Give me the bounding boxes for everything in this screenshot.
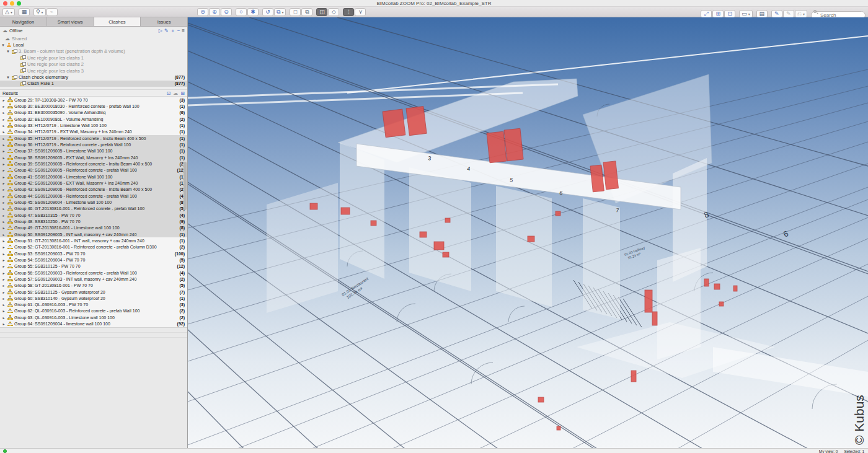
disclosure-triangle-icon[interactable]: ▸ — [2, 149, 6, 153]
menu-icon[interactable]: ≡ — [182, 28, 185, 33]
edit-rule-icon[interactable]: ✎ — [164, 28, 169, 33]
tree-item-shared[interactable]: ☁ Shared — [0, 35, 187, 42]
disclosure-triangle-icon[interactable]: ▸ — [2, 175, 6, 179]
disclosure-triangle-icon[interactable]: ▸ — [2, 162, 6, 166]
connect-key-button[interactable]: ⚲▾ — [33, 8, 46, 16]
result-row[interactable]: ▸Group 53: SS091209003 - PW 70 70(100) — [0, 250, 187, 257]
disclosure-triangle-icon[interactable]: ▸ — [2, 296, 6, 301]
disclosure-triangle-icon[interactable]: ▸ — [2, 277, 6, 281]
open-model-button[interactable]: △▾ — [2, 8, 15, 16]
disclosure-triangle-icon[interactable]: ▼ — [1, 43, 5, 47]
result-row[interactable]: ▸Group 33: HT12/0719 - Limestone Wall 10… — [0, 122, 187, 128]
save-view-button[interactable]: ▤ — [756, 10, 768, 18]
upload-results-icon[interactable]: ☁ — [173, 90, 178, 96]
result-row[interactable]: ▸Group 47: SS8310315 - PW 70 70(4) — [0, 212, 187, 218]
result-row[interactable]: ▸Group 52: GT-20130816-001 - Reinforced … — [0, 244, 187, 250]
disclosure-triangle-icon[interactable]: ▸ — [2, 136, 6, 141]
disclosure-triangle-icon[interactable]: ▸ — [2, 302, 6, 307]
measure-button[interactable]: ⋎ — [355, 8, 366, 16]
result-row[interactable]: ▸Group 59: SS8310125 - Gypsum waterproof… — [0, 289, 187, 295]
model-viewport[interactable]: 3 4 5 6 7 8 6 01.02 Restaurant 102.76 m²… — [188, 17, 868, 449]
report-icon[interactable]: ⊞ — [180, 90, 185, 96]
result-row[interactable]: ▸Group 37: SS091209005 - Limestone Wall … — [0, 148, 187, 154]
disclosure-triangle-icon[interactable]: ▸ — [2, 181, 6, 185]
results-scrollbar[interactable] — [184, 162, 187, 210]
tab-issues[interactable]: Issues — [141, 17, 187, 26]
result-row[interactable]: ▸Group 39: SS091209005 - Reinforced conc… — [0, 161, 187, 167]
disclosure-triangle-icon[interactable]: ▸ — [2, 213, 6, 218]
result-row[interactable]: ▸Group 38: SS091209005 - EXT Wall, Mason… — [0, 154, 187, 161]
disclosure-triangle-icon[interactable]: ▸ — [2, 104, 6, 108]
tree-item[interactable]: Une règle pour les clashs 3 — [0, 68, 187, 74]
isolate-minus-button[interactable]: ⊖ — [221, 8, 232, 16]
edit-issue-button[interactable]: ✎ — [783, 10, 794, 18]
disclosure-triangle-icon[interactable]: ▸ — [2, 123, 6, 128]
isolate-plus-button[interactable]: ⊕ — [209, 8, 220, 16]
select-in-model-icon[interactable]: ⊡ — [167, 90, 171, 96]
hide-component-button[interactable]: ⊜ — [197, 8, 208, 16]
result-row[interactable]: ▸Group 57: SS091209003 - INT wall, mason… — [0, 276, 187, 282]
disclosure-triangle-icon[interactable]: ▸ — [2, 117, 6, 121]
model-canvas[interactable]: 3 4 5 6 7 8 6 01.02 Restaurant 102.76 m²… — [188, 17, 868, 449]
result-row[interactable]: ▸Group 56: SS091209003 - Reinforced conr… — [0, 270, 187, 276]
disclosure-triangle-icon[interactable]: ▸ — [2, 226, 6, 230]
disclosure-triangle-icon[interactable]: ▸ — [2, 156, 6, 160]
views-button[interactable]: ▭▾ — [739, 10, 753, 18]
disclosure-triangle-icon[interactable]: ▼ — [6, 50, 10, 53]
perspective-mode-button[interactable]: ◫ — [316, 8, 327, 16]
tab-clashes[interactable]: Clashes — [94, 17, 141, 26]
disclosure-triangle-icon[interactable]: ▸ — [2, 194, 6, 198]
run-clash-check-icon[interactable]: ▷ — [159, 28, 162, 33]
tree-item[interactable]: Une règle pour les clashs 1 — [0, 55, 187, 61]
disclosure-triangle-icon[interactable]: ▸ — [2, 322, 6, 326]
result-row[interactable]: ▸Group 64: SS091209004 - limestone wall … — [0, 320, 187, 327]
disclosure-triangle-icon[interactable]: ▼ — [6, 76, 10, 79]
tab-smart-views[interactable]: Smart views — [47, 17, 94, 26]
result-row[interactable]: ▸Group 48: SS8310250 - PW 70 70(9) — [0, 218, 187, 224]
disclosure-triangle-icon[interactable]: ▸ — [2, 206, 6, 211]
result-row[interactable]: ▸Group 50: SS091209005 - INT wall, mason… — [0, 231, 187, 237]
disclosure-triangle-icon[interactable]: ▸ — [2, 130, 6, 134]
result-row[interactable]: ▸Group 29: TP-130308-302 - PW 70 70(3) — [0, 97, 187, 103]
disclosure-triangle-icon[interactable]: ▸ — [2, 143, 6, 147]
result-row[interactable]: ▸Group 46: GT-20130816-001 - Reinforced … — [0, 206, 187, 212]
result-row[interactable]: ▸Group 30: BE3000018030 - Reinforced con… — [0, 103, 187, 109]
result-row[interactable]: ▸Group 49: GT-20130816-001 - Limestone w… — [0, 225, 187, 231]
result-row[interactable]: ▸Group 42: SS091209006 - EXT Wall, Mason… — [0, 180, 187, 186]
select-mode-button[interactable]: ⋮ — [343, 8, 354, 16]
disclosure-triangle-icon[interactable]: ▸ — [2, 264, 6, 268]
result-row[interactable]: ▸Group 35: HT12/0719 - Reinforced concre… — [0, 135, 187, 141]
zoom-window-tool-button[interactable]: ⊞ — [712, 10, 724, 18]
tree-item[interactable]: ▼Clash check elementary(877) — [0, 74, 187, 80]
result-row[interactable]: ▸Group 63: QL-030916-003 - Limestone wal… — [0, 314, 187, 320]
result-row[interactable]: ▸Group 55: SS8310125 - PW 70 70(12) — [0, 263, 187, 270]
disclosure-triangle-icon[interactable]: ▸ — [2, 309, 6, 313]
result-row[interactable]: ▸Group 32: BE1000908oL - Volume Airhandl… — [0, 116, 187, 122]
highlight-button[interactable]: ○ — [236, 8, 247, 16]
result-row[interactable]: ▸Group 41: SS091209006 - Limestone Wall … — [0, 174, 187, 180]
issue-extra-button[interactable]: ⎌▾ — [795, 10, 807, 18]
disclosure-triangle-icon[interactable]: ▸ — [2, 110, 6, 115]
disclosure-triangle-icon[interactable]: ▸ — [2, 245, 6, 249]
disclosure-triangle-icon[interactable]: ▸ — [2, 239, 6, 243]
result-row[interactable]: ▸Group 45: SS091209004 - Limestone wall … — [0, 199, 187, 205]
result-row[interactable]: ▸Group 61: QL-030916-003 - PW 70 70(3) — [0, 302, 187, 308]
tree-item[interactable]: ▼3. Beam - column test (penetration dept… — [0, 48, 187, 55]
remove-rule-icon[interactable]: − — [177, 28, 180, 33]
section-plane-button[interactable]: ⧉▾ — [274, 8, 286, 16]
reset-view-button[interactable]: ↺ — [262, 8, 273, 16]
tree-item[interactable]: Une règle pour les clashs 2 — [0, 61, 187, 68]
disclosure-triangle-icon[interactable]: ▸ — [2, 187, 6, 191]
disclosure-triangle-icon[interactable]: ▸ — [2, 232, 6, 237]
disclosure-triangle-icon[interactable]: ▸ — [2, 252, 6, 256]
tab-navigation[interactable]: Navigation — [0, 17, 47, 26]
result-row[interactable]: ▸Group 43: SS091209006 - Reinforced conc… — [0, 187, 187, 193]
zoom-extents-button[interactable]: ⤢ — [701, 10, 712, 18]
zoom-selection-button[interactable]: ⊡ — [724, 10, 735, 18]
result-row[interactable]: ▸Group 60: SS8310140 - Gypsum waterproof… — [0, 295, 187, 301]
view-2d-button[interactable]: □ — [290, 8, 301, 16]
tree-item[interactable]: Clash Rule 1(877) — [0, 81, 187, 87]
result-row[interactable]: ▸Group 51: GT-20130816-001 - INT wall, m… — [0, 237, 187, 244]
disclosure-triangle-icon[interactable]: ▸ — [2, 271, 6, 275]
disclosure-triangle-icon[interactable]: ▸ — [2, 200, 6, 205]
